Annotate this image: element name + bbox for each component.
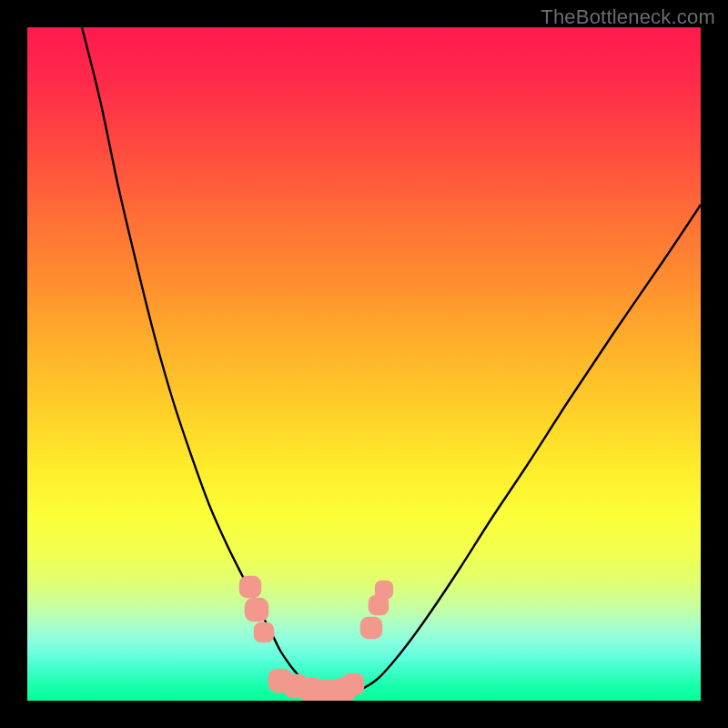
data-marker xyxy=(342,673,364,695)
data-marker xyxy=(254,622,274,642)
data-marker xyxy=(245,598,268,622)
marker-layer xyxy=(239,576,393,701)
watermark-text: TheBottleneck.com xyxy=(541,5,715,29)
plot-area xyxy=(27,27,701,701)
curve-right-branch xyxy=(337,205,701,696)
data-marker xyxy=(360,617,382,639)
curve-left-branch xyxy=(82,27,337,696)
chart-frame: TheBottleneck.com xyxy=(0,0,728,728)
data-marker xyxy=(375,581,393,599)
plot-svg xyxy=(27,27,701,701)
data-marker xyxy=(239,576,261,598)
